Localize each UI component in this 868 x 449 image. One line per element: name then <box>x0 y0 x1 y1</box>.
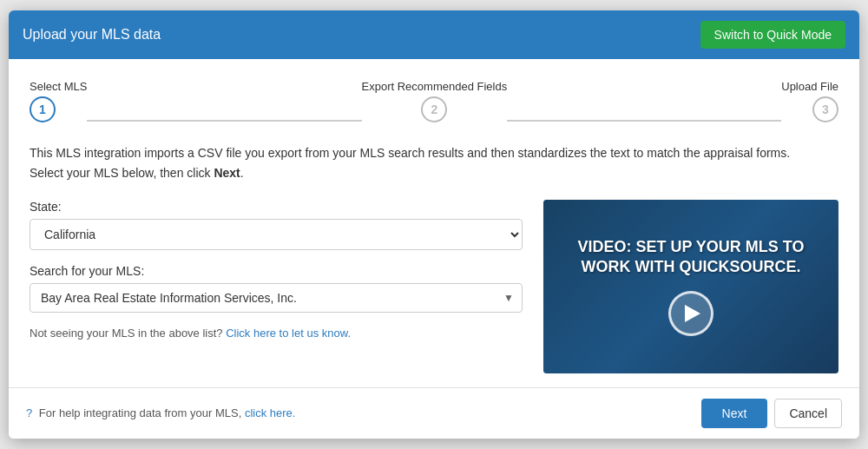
step-connector-2 <box>507 120 781 122</box>
step-connector-1 <box>87 120 361 122</box>
description-text: This MLS integration imports a CSV file … <box>30 143 838 182</box>
mls-label: Search for your MLS: <box>30 264 523 278</box>
step-1-label: Select MLS <box>30 80 87 93</box>
footer-help: ? For help integrating data from your ML… <box>26 406 295 419</box>
footer-help-prefix: For help integrating data from your MLS, <box>39 406 241 419</box>
step-2: Export Recommended Fields 2 <box>362 80 508 122</box>
cancel-button[interactable]: Cancel <box>774 399 842 428</box>
form-section: State: California Alabama Alaska Arizona… <box>30 200 523 373</box>
content-area: State: California Alabama Alaska Arizona… <box>30 200 838 373</box>
next-button[interactable]: Next <box>701 399 768 428</box>
stepper: Select MLS 1 Export Recommended Fields 2… <box>30 80 838 122</box>
state-label: State: <box>30 200 523 214</box>
description-part1: This MLS integration imports a CSV file … <box>30 146 790 160</box>
step-3: Upload File 3 <box>781 80 838 122</box>
state-select[interactable]: California Alabama Alaska Arizona Arkans… <box>30 219 523 250</box>
footer-help-link[interactable]: click here. <box>245 406 296 419</box>
step-2-label: Export Recommended Fields <box>362 80 508 93</box>
description-next-bold: Next <box>214 166 240 180</box>
upload-mls-modal: Upload your MLS data Switch to Quick Mod… <box>9 10 859 439</box>
description-part2-end: . <box>240 166 244 180</box>
modal-body: Select MLS 1 Export Recommended Fields 2… <box>9 59 859 387</box>
video-section: VIDEO: SET UP YOUR MLS TO WORK WITH QUIC… <box>543 200 838 373</box>
modal-footer: ? For help integrating data from your ML… <box>9 387 859 439</box>
state-group: State: California Alabama Alaska Arizona… <box>30 200 523 250</box>
not-seeing-text: Not seeing your MLS in the above list? C… <box>30 327 523 340</box>
mls-group: Search for your MLS: Bay Area Real Estat… <box>30 264 523 313</box>
step-2-circle: 2 <box>421 96 447 122</box>
description-part2: Select your MLS below, then click <box>30 166 214 180</box>
play-button[interactable] <box>668 291 713 336</box>
step-3-label: Upload File <box>781 80 838 93</box>
step-3-circle: 3 <box>812 96 838 122</box>
step-1: Select MLS 1 <box>30 80 87 122</box>
help-icon: ? <box>26 406 32 419</box>
mls-select-wrapper: Bay Area Real Estate Information Service… <box>30 283 523 313</box>
not-seeing-link[interactable]: Click here to let us know. <box>226 327 351 340</box>
step-1-circle: 1 <box>30 96 56 122</box>
modal-header: Upload your MLS data Switch to Quick Mod… <box>9 10 859 59</box>
video-title-text: VIDEO: SET UP YOUR MLS TO WORK WITH QUIC… <box>543 237 838 278</box>
video-thumbnail[interactable]: VIDEO: SET UP YOUR MLS TO WORK WITH QUIC… <box>543 200 838 373</box>
modal-title: Upload your MLS data <box>23 27 161 43</box>
not-seeing-prefix: Not seeing your MLS in the above list? <box>30 327 223 340</box>
mls-select[interactable]: Bay Area Real Estate Information Service… <box>30 283 523 313</box>
quick-mode-button[interactable]: Switch to Quick Mode <box>700 21 845 49</box>
footer-buttons: Next Cancel <box>701 399 842 428</box>
